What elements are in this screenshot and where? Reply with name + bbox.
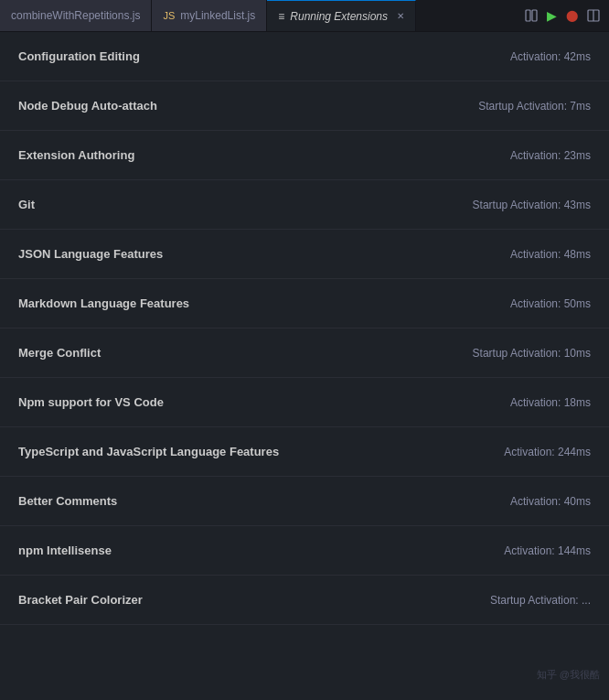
extension-name: Configuration Editing	[18, 49, 140, 63]
run-icon[interactable]: ▶	[547, 8, 557, 23]
svg-rect-0	[526, 10, 530, 21]
extension-timing: Activation: 48ms	[510, 248, 591, 261]
extension-name: Bracket Pair Colorizer	[18, 593, 143, 607]
extension-row: Bracket Pair ColorizerStartup Activation…	[0, 576, 609, 625]
extension-row: Extension AuthoringActivation: 23ms	[0, 131, 609, 180]
extension-timing: Startup Activation: 10ms	[473, 347, 591, 360]
extension-timing: Activation: 50ms	[510, 297, 591, 310]
tab-mylinked-icon: JS	[163, 10, 175, 21]
extension-timing: Startup Activation: 7ms	[478, 100, 591, 113]
extension-row: GitStartup Activation: 43ms	[0, 180, 609, 230]
tab-combine[interactable]: combineWithRepetitions.js	[0, 0, 152, 31]
extension-name: JSON Language Features	[18, 247, 163, 261]
extension-timing: Activation: 144ms	[504, 544, 591, 557]
extension-name: Git	[18, 198, 35, 211]
extension-timing: Startup Activation: 43ms	[473, 199, 591, 211]
extension-name: Extension Authoring	[18, 148, 134, 162]
extension-row: Npm support for VS CodeActivation: 18ms	[0, 378, 609, 427]
extension-name: Npm support for VS Code	[18, 395, 164, 409]
extension-row: Markdown Language FeaturesActivation: 50…	[0, 279, 609, 328]
tab-combine-label: combineWithRepetitions.js	[11, 9, 140, 22]
split-editor-icon[interactable]	[525, 9, 538, 22]
extension-timing: Activation: 23ms	[510, 149, 591, 162]
extensions-list: Configuration EditingActivation: 42msNod…	[0, 32, 609, 700]
tab-bar: combineWithRepetitions.js JS myLinkedLis…	[0, 0, 609, 32]
layout-icon[interactable]	[587, 9, 600, 22]
extension-row: Configuration EditingActivation: 42ms	[0, 32, 609, 81]
stop-icon[interactable]: ⬤	[566, 9, 578, 22]
extension-row: JSON Language FeaturesActivation: 48ms	[0, 230, 609, 279]
extension-timing: Activation: 40ms	[510, 495, 591, 508]
tab-running[interactable]: ≡ Running Extensions ✕	[267, 0, 416, 31]
extension-name: npm Intellisense	[18, 544, 112, 557]
tab-mylinked[interactable]: JS myLinkedList.js	[152, 0, 267, 31]
extension-name: Merge Conflict	[18, 346, 101, 360]
extension-name: TypeScript and JavaScript Language Featu…	[18, 445, 279, 458]
toolbar-icons: ▶ ⬤	[516, 8, 609, 23]
extension-name: Better Comments	[18, 494, 117, 508]
extension-timing: Activation: 42ms	[510, 50, 591, 63]
extension-timing: Startup Activation: ...	[490, 594, 591, 607]
extension-name: Markdown Language Features	[18, 296, 189, 310]
svg-rect-1	[532, 10, 537, 21]
tab-running-label: Running Extensions	[290, 10, 388, 23]
extension-row: Better CommentsActivation: 40ms	[0, 477, 609, 526]
extension-timing: Activation: 18ms	[510, 396, 591, 409]
extension-row: TypeScript and JavaScript Language Featu…	[0, 427, 609, 477]
extension-row: npm IntellisenseActivation: 144ms	[0, 526, 609, 576]
tab-mylinked-label: myLinkedList.js	[180, 9, 255, 22]
close-icon[interactable]: ✕	[397, 11, 404, 21]
watermark: 知乎 @我很酷	[537, 668, 600, 682]
extension-name: Node Debug Auto-attach	[18, 99, 157, 113]
tab-running-icon: ≡	[278, 10, 284, 23]
extension-row: Node Debug Auto-attachStartup Activation…	[0, 81, 609, 131]
extension-timing: Activation: 244ms	[504, 446, 591, 458]
extension-row: Merge ConflictStartup Activation: 10ms	[0, 328, 609, 378]
